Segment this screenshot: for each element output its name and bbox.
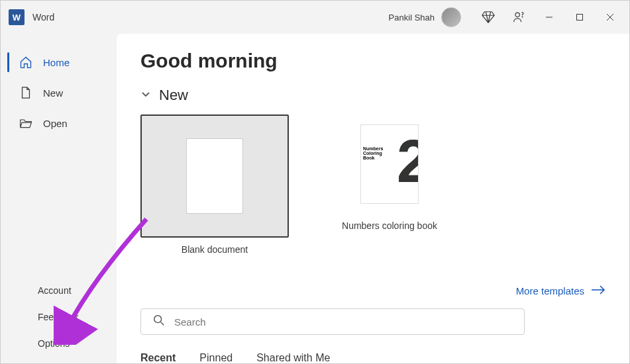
new-doc-icon: [19, 86, 32, 99]
tabs-row: Recent Pinned Shared with Me: [140, 352, 605, 363]
open-folder-icon: [19, 116, 32, 130]
template-numbers-coloring-book[interactable]: NumbersColoringBook 2 Numbers coloring b…: [315, 114, 464, 261]
coloring-book-icon: NumbersColoringBook 2: [360, 124, 419, 204]
greeting-title: Good morning: [140, 50, 605, 72]
user-avatar[interactable]: [441, 7, 461, 27]
svg-point-1: [515, 13, 519, 17]
maximize-button[interactable]: [564, 2, 595, 32]
home-icon: [19, 56, 32, 69]
close-button[interactable]: [595, 2, 625, 32]
template-label: Blank document: [182, 244, 248, 255]
search-icon: [153, 314, 165, 329]
sidebar-item-label: New: [43, 87, 63, 99]
person-help-icon[interactable]: [503, 2, 534, 32]
sidebar: Home New Open Account Feedback Options: [1, 34, 117, 363]
template-thumbnail: NumbersColoringBook 2: [315, 114, 464, 214]
sidebar-item-new[interactable]: New: [1, 77, 117, 108]
chevron-down-icon: [140, 89, 151, 102]
more-templates-label: More templates: [516, 285, 584, 296]
new-section-header[interactable]: New: [140, 87, 605, 104]
minimize-button[interactable]: [534, 2, 564, 32]
template-thumbnail: [140, 114, 289, 238]
app-name-label: Word: [32, 12, 54, 23]
svg-line-9: [161, 322, 164, 326]
sidebar-item-label: Open: [43, 118, 68, 129]
svg-point-8: [154, 316, 162, 323]
svg-rect-4: [577, 15, 583, 21]
diamond-icon[interactable]: [473, 2, 503, 32]
titlebar: W Word Pankil Shah: [1, 1, 629, 34]
sidebar-item-open[interactable]: Open: [1, 108, 117, 138]
svg-point-2: [522, 17, 523, 17]
word-app-icon: W: [9, 9, 25, 25]
sidebar-item-label: Account: [38, 285, 72, 296]
sidebar-item-label: Home: [43, 57, 70, 68]
sidebar-item-feedback[interactable]: Feedback: [1, 304, 117, 330]
search-box[interactable]: [140, 308, 525, 335]
tab-pinned[interactable]: Pinned: [199, 352, 233, 363]
tab-recent[interactable]: Recent: [140, 352, 176, 363]
sidebar-item-home[interactable]: Home: [1, 47, 117, 77]
search-input[interactable]: [174, 316, 512, 328]
sidebar-item-label: Options: [38, 338, 70, 349]
arrow-right-icon: [591, 285, 605, 296]
sidebar-item-account[interactable]: Account: [1, 277, 117, 304]
sidebar-item-label: Feedback: [38, 312, 78, 322]
user-name-label: Pankil Shah: [389, 13, 435, 23]
sidebar-item-options[interactable]: Options: [1, 330, 117, 357]
template-label: Numbers coloring book: [342, 220, 437, 231]
blank-page-icon: [186, 138, 243, 214]
tab-shared-with-me[interactable]: Shared with Me: [256, 352, 330, 363]
main-panel: Good morning New Blank document NumbersC…: [117, 34, 629, 363]
more-templates-link[interactable]: More templates: [516, 285, 605, 296]
section-title-label: New: [159, 87, 188, 104]
template-blank-document[interactable]: Blank document: [140, 114, 289, 261]
